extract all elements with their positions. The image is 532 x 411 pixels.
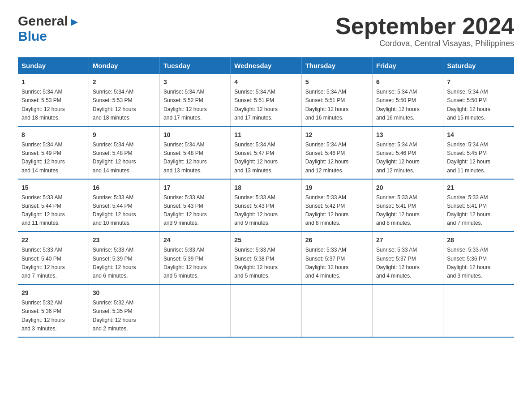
day-info: Sunrise: 5:34 AMSunset: 5:51 PMDaylight:… — [305, 88, 369, 122]
day-info: Sunrise: 5:33 AMSunset: 5:39 PMDaylight:… — [93, 246, 156, 280]
day-info: Sunrise: 5:34 AMSunset: 5:52 PMDaylight:… — [163, 88, 227, 122]
day-number: 1 — [21, 77, 85, 87]
day-number: 4 — [234, 77, 297, 87]
day-number: 21 — [447, 183, 511, 193]
calendar-cell: 20Sunrise: 5:33 AMSunset: 5:41 PMDayligh… — [372, 179, 443, 232]
day-number: 24 — [163, 235, 227, 245]
day-info: Sunrise: 5:34 AMSunset: 5:50 PMDaylight:… — [376, 88, 439, 122]
calendar-table: SundayMondayTuesdayWednesdayThursdayFrid… — [18, 57, 514, 338]
calendar-cell — [160, 284, 231, 337]
calendar-cell: 16Sunrise: 5:33 AMSunset: 5:44 PMDayligh… — [89, 179, 159, 232]
calendar-cell: 14Sunrise: 5:34 AMSunset: 5:45 PMDayligh… — [443, 126, 514, 179]
day-info: Sunrise: 5:33 AMSunset: 5:43 PMDaylight:… — [234, 193, 297, 228]
day-number: 17 — [163, 183, 227, 193]
day-info: Sunrise: 5:34 AMSunset: 5:46 PMDaylight:… — [305, 141, 369, 175]
col-header-sunday: Sunday — [18, 57, 89, 74]
location-subtitle: Cordova, Central Visayas, Philippines — [335, 39, 514, 48]
logo-blue-text: Blue — [18, 29, 47, 43]
calendar-cell: 21Sunrise: 5:33 AMSunset: 5:41 PMDayligh… — [443, 179, 514, 232]
day-info: Sunrise: 5:34 AMSunset: 5:53 PMDaylight:… — [21, 88, 85, 122]
day-info: Sunrise: 5:33 AMSunset: 5:36 PMDaylight:… — [447, 246, 511, 280]
day-number: 12 — [305, 130, 369, 140]
day-number: 10 — [163, 130, 227, 140]
calendar-cell: 1Sunrise: 5:34 AMSunset: 5:53 PMDaylight… — [18, 74, 89, 126]
day-number: 19 — [305, 183, 369, 193]
day-info: Sunrise: 5:34 AMSunset: 5:49 PMDaylight:… — [21, 141, 85, 175]
day-number: 14 — [447, 130, 511, 140]
day-info: Sunrise: 5:33 AMSunset: 5:44 PMDaylight:… — [21, 193, 85, 228]
day-number: 20 — [376, 183, 439, 193]
day-info: Sunrise: 5:33 AMSunset: 5:38 PMDaylight:… — [234, 246, 297, 280]
col-header-monday: Monday — [89, 57, 159, 74]
calendar-cell: 29Sunrise: 5:32 AMSunset: 5:36 PMDayligh… — [18, 284, 89, 337]
calendar-cell — [301, 284, 372, 337]
calendar-cell: 28Sunrise: 5:33 AMSunset: 5:36 PMDayligh… — [443, 231, 514, 284]
day-info: Sunrise: 5:34 AMSunset: 5:48 PMDaylight:… — [93, 141, 156, 175]
day-info: Sunrise: 5:33 AMSunset: 5:41 PMDaylight:… — [376, 193, 439, 228]
calendar-cell: 5Sunrise: 5:34 AMSunset: 5:51 PMDaylight… — [301, 74, 372, 126]
calendar-cell: 11Sunrise: 5:34 AMSunset: 5:47 PMDayligh… — [231, 126, 301, 179]
calendar-cell: 10Sunrise: 5:34 AMSunset: 5:48 PMDayligh… — [160, 126, 231, 179]
logo-triangle-icon — [69, 17, 79, 27]
day-number: 5 — [305, 77, 369, 87]
day-info: Sunrise: 5:34 AMSunset: 5:53 PMDaylight:… — [93, 88, 156, 122]
day-info: Sunrise: 5:34 AMSunset: 5:46 PMDaylight:… — [376, 141, 439, 175]
col-header-thursday: Thursday — [301, 57, 372, 74]
day-number: 26 — [305, 235, 369, 245]
day-number: 11 — [234, 130, 297, 140]
day-number: 27 — [376, 235, 439, 245]
day-info: Sunrise: 5:33 AMSunset: 5:39 PMDaylight:… — [163, 246, 227, 280]
calendar-cell: 27Sunrise: 5:33 AMSunset: 5:37 PMDayligh… — [372, 231, 443, 284]
col-header-tuesday: Tuesday — [160, 57, 231, 74]
month-title: September 2024 — [335, 13, 514, 39]
calendar-cell: 22Sunrise: 5:33 AMSunset: 5:40 PMDayligh… — [18, 231, 89, 284]
col-header-saturday: Saturday — [443, 57, 514, 74]
calendar-body: 1Sunrise: 5:34 AMSunset: 5:53 PMDaylight… — [18, 74, 514, 337]
calendar-cell — [443, 284, 514, 337]
col-header-wednesday: Wednesday — [231, 57, 301, 74]
calendar-week-4: 22Sunrise: 5:33 AMSunset: 5:40 PMDayligh… — [18, 231, 514, 284]
day-number: 3 — [163, 77, 227, 87]
calendar-header: SundayMondayTuesdayWednesdayThursdayFrid… — [18, 57, 514, 74]
days-of-week-row: SundayMondayTuesdayWednesdayThursdayFrid… — [18, 57, 514, 74]
calendar-cell: 23Sunrise: 5:33 AMSunset: 5:39 PMDayligh… — [89, 231, 159, 284]
day-info: Sunrise: 5:33 AMSunset: 5:44 PMDaylight:… — [93, 193, 156, 228]
calendar-week-1: 1Sunrise: 5:34 AMSunset: 5:53 PMDaylight… — [18, 74, 514, 126]
calendar-cell: 26Sunrise: 5:33 AMSunset: 5:37 PMDayligh… — [301, 231, 372, 284]
day-number: 16 — [93, 183, 156, 193]
calendar-cell: 30Sunrise: 5:32 AMSunset: 5:35 PMDayligh… — [89, 284, 159, 337]
calendar-cell: 4Sunrise: 5:34 AMSunset: 5:51 PMDaylight… — [231, 74, 301, 126]
logo: General Blue — [18, 13, 79, 44]
day-number: 22 — [21, 235, 85, 245]
calendar-cell: 9Sunrise: 5:34 AMSunset: 5:48 PMDaylight… — [89, 126, 159, 179]
calendar-cell: 18Sunrise: 5:33 AMSunset: 5:43 PMDayligh… — [231, 179, 301, 232]
day-info: Sunrise: 5:34 AMSunset: 5:51 PMDaylight:… — [234, 88, 297, 122]
day-number: 30 — [93, 288, 156, 298]
calendar-cell: 2Sunrise: 5:34 AMSunset: 5:53 PMDaylight… — [89, 74, 159, 126]
calendar-cell — [372, 284, 443, 337]
svg-marker-0 — [71, 19, 78, 26]
calendar-cell: 24Sunrise: 5:33 AMSunset: 5:39 PMDayligh… — [160, 231, 231, 284]
day-info: Sunrise: 5:33 AMSunset: 5:41 PMDaylight:… — [447, 193, 511, 228]
day-info: Sunrise: 5:32 AMSunset: 5:36 PMDaylight:… — [21, 299, 85, 333]
day-number: 15 — [21, 183, 85, 193]
day-info: Sunrise: 5:34 AMSunset: 5:45 PMDaylight:… — [447, 141, 511, 175]
calendar-week-5: 29Sunrise: 5:32 AMSunset: 5:36 PMDayligh… — [18, 284, 514, 337]
calendar-cell: 6Sunrise: 5:34 AMSunset: 5:50 PMDaylight… — [372, 74, 443, 126]
day-info: Sunrise: 5:33 AMSunset: 5:40 PMDaylight:… — [21, 246, 85, 280]
day-number: 18 — [234, 183, 297, 193]
day-number: 23 — [93, 235, 156, 245]
day-info: Sunrise: 5:34 AMSunset: 5:47 PMDaylight:… — [234, 141, 297, 175]
day-info: Sunrise: 5:33 AMSunset: 5:43 PMDaylight:… — [163, 193, 227, 228]
calendar-cell: 25Sunrise: 5:33 AMSunset: 5:38 PMDayligh… — [231, 231, 301, 284]
logo-general-text: General — [18, 13, 68, 29]
day-number: 6 — [376, 77, 439, 87]
day-number: 8 — [21, 130, 85, 140]
day-number: 13 — [376, 130, 439, 140]
day-info: Sunrise: 5:33 AMSunset: 5:37 PMDaylight:… — [305, 246, 369, 280]
day-number: 2 — [93, 77, 156, 87]
day-info: Sunrise: 5:32 AMSunset: 5:35 PMDaylight:… — [93, 299, 156, 333]
calendar-cell: 17Sunrise: 5:33 AMSunset: 5:43 PMDayligh… — [160, 179, 231, 232]
calendar-cell: 19Sunrise: 5:33 AMSunset: 5:42 PMDayligh… — [301, 179, 372, 232]
day-info: Sunrise: 5:33 AMSunset: 5:42 PMDaylight:… — [305, 193, 369, 228]
